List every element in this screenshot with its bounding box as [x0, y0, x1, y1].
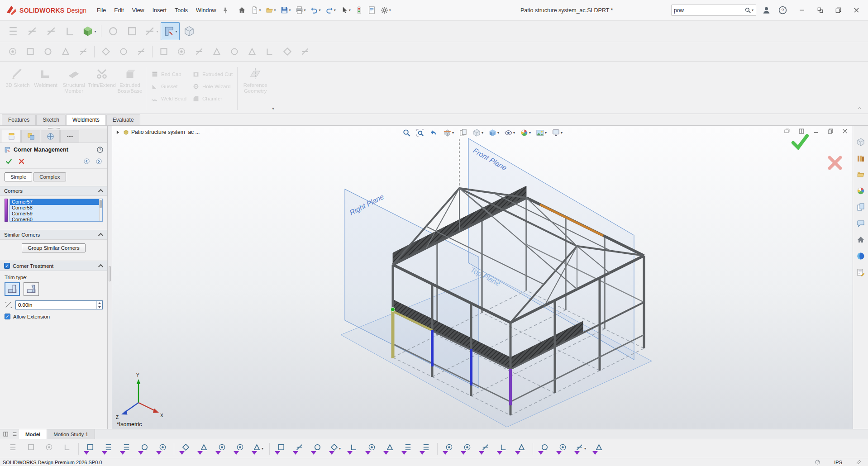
- menu-file[interactable]: File: [93, 5, 110, 16]
- ok-button[interactable]: [4, 157, 14, 166]
- print-icon[interactable]: ▾: [293, 3, 308, 18]
- dropdown-arrow-icon[interactable]: ▾: [289, 8, 291, 12]
- trim-gap-input[interactable]: [16, 301, 96, 309]
- dropdown-arrow-icon[interactable]: ▾: [497, 131, 499, 135]
- confirm-ok-button[interactable]: [789, 131, 811, 151]
- close-icon[interactable]: [847, 3, 865, 18]
- filter-annotations-icon[interactable]: [458, 441, 476, 457]
- filter-datums-icon[interactable]: [399, 441, 417, 457]
- pane-split-button[interactable]: [1, 429, 10, 439]
- help-button[interactable]: ?: [777, 4, 789, 16]
- sw-resources-icon[interactable]: [854, 136, 867, 148]
- corner-list-item[interactable]: Corner58: [10, 205, 102, 211]
- dropdown-arrow-icon[interactable]: ▾: [529, 131, 531, 135]
- filter-routing-points-icon[interactable]: [553, 441, 572, 457]
- dropdown-arrow-icon[interactable]: ▾: [334, 8, 336, 12]
- filter-center-marks-icon[interactable]: [290, 441, 308, 457]
- filter-centerlines-icon[interactable]: [308, 441, 326, 457]
- corner-point-marker[interactable]: [391, 308, 395, 312]
- filter-cosmetic-threads-icon[interactable]: [494, 441, 512, 457]
- search-dropdown-icon[interactable]: ▾: [752, 8, 754, 12]
- redo-icon[interactable]: ▾: [323, 3, 338, 18]
- tab-weldments[interactable]: Weldments: [66, 114, 106, 125]
- filter-planes-icon[interactable]: [195, 441, 213, 457]
- weldment-settings-icon[interactable]: [180, 22, 199, 40]
- menu-view[interactable]: View: [128, 5, 148, 16]
- section-view-icon[interactable]: ▾: [442, 127, 455, 138]
- file-explorer-icon[interactable]: [854, 168, 867, 181]
- search-box[interactable]: ▾: [671, 5, 756, 16]
- filter-weld-symbols-icon[interactable]: [417, 441, 435, 457]
- listbox-scrollbar-thumb[interactable]: [100, 200, 102, 208]
- dropdown-arrow-icon[interactable]: ▾: [94, 29, 96, 33]
- dropdown-arrow-icon[interactable]: ▾: [349, 8, 351, 12]
- previous-view-icon[interactable]: [429, 127, 439, 138]
- filter-axes-icon[interactable]: [176, 441, 195, 457]
- rebuild-icon[interactable]: [353, 3, 365, 18]
- ribbon-flyout-arrow-icon[interactable]: ▾: [272, 106, 274, 111]
- minimize-icon[interactable]: [793, 3, 811, 18]
- restore-window-icon[interactable]: [826, 127, 835, 135]
- edit-component-icon[interactable]: ▾: [80, 22, 99, 40]
- filter-notes-icon[interactable]: [381, 441, 399, 457]
- dynamic-annotation-icon[interactable]: [458, 127, 468, 138]
- close-window-icon[interactable]: [841, 127, 849, 135]
- view-orientation-icon[interactable]: ▾: [472, 127, 484, 138]
- spinner-down-icon[interactable]: [97, 305, 102, 309]
- corner-management-icon[interactable]: ▾: [161, 22, 180, 40]
- search-input[interactable]: [674, 7, 744, 14]
- breadcrumb[interactable]: Patio structure system_ac ...: [115, 129, 200, 135]
- undo-icon[interactable]: ▾: [308, 3, 323, 18]
- tab-motion-study-1[interactable]: Motion Study 1: [47, 429, 95, 439]
- filter-dimensions-icon[interactable]: ▾: [326, 441, 344, 457]
- model-scene[interactable]: Top Plane: [112, 126, 853, 429]
- restore-icon[interactable]: [829, 3, 847, 18]
- dropdown-arrow-icon[interactable]: ▾: [482, 131, 483, 135]
- dropdown-arrow-icon[interactable]: ▾: [389, 8, 391, 12]
- dropdown-arrow-icon[interactable]: ▾: [452, 131, 454, 135]
- graphics-viewport[interactable]: Top Plane: [112, 126, 853, 429]
- spinner-up-icon[interactable]: [97, 301, 102, 305]
- end-butt-option-button[interactable]: [24, 282, 39, 296]
- filter-surface-bodies-icon[interactable]: [135, 441, 153, 457]
- filter-surface-finish-icon[interactable]: [344, 441, 362, 457]
- menu-edit[interactable]: Edit: [110, 5, 128, 16]
- dropdown-arrow-icon[interactable]: ▾: [513, 131, 515, 135]
- allow-extension-checkbox[interactable]: ✓: [5, 314, 10, 319]
- zoom-to-area-icon[interactable]: [415, 127, 425, 138]
- ribbon-collapse-button[interactable]: [856, 105, 863, 110]
- filter-blocks-icon[interactable]: [476, 441, 494, 457]
- panel-help-icon[interactable]: ?: [96, 146, 104, 153]
- filter-weld-paths-icon[interactable]: [590, 441, 608, 457]
- more-tabs-tab[interactable]: [60, 130, 79, 143]
- custom-properties-icon[interactable]: [854, 266, 867, 278]
- corner-treatment-group-header[interactable]: ✓ Corner Treatment: [0, 261, 107, 271]
- select-icon[interactable]: ▾: [338, 3, 353, 18]
- dropdown-arrow-icon[interactable]: ▾: [304, 8, 306, 12]
- dropdown-arrow-icon[interactable]: ▾: [259, 8, 261, 12]
- open-document-icon[interactable]: ▾: [263, 3, 278, 18]
- corner-list-item[interactable]: Corner59: [10, 211, 102, 217]
- flyout-arrow-icon[interactable]: [115, 129, 121, 135]
- display-style-icon[interactable]: ▾: [487, 127, 500, 138]
- back-button[interactable]: [81, 157, 91, 166]
- apply-scene-icon[interactable]: ▾: [535, 127, 548, 138]
- view-settings-icon[interactable]: ▾: [551, 127, 563, 138]
- edit-sketch-status-icon[interactable]: [856, 459, 862, 465]
- filter-vertices-icon[interactable]: [81, 441, 99, 457]
- confirm-cancel-button[interactable]: [825, 154, 844, 172]
- performance-monitor-icon[interactable]: [815, 459, 820, 465]
- filter-geometric-tolerances-icon[interactable]: [362, 441, 381, 457]
- end-trim-option-button[interactable]: [5, 282, 20, 296]
- dropdown-arrow-icon[interactable]: ▾: [319, 8, 321, 12]
- dropdown-arrow-icon[interactable]: ▾: [339, 447, 341, 451]
- dropdown-arrow-icon[interactable]: ▾: [262, 447, 263, 451]
- corner-list-item[interactable]: Corner57: [10, 199, 102, 205]
- view-palette-icon[interactable]: [854, 201, 867, 213]
- tab-complex[interactable]: Complex: [33, 172, 66, 181]
- filter-dowel-symbols-icon[interactable]: [512, 441, 530, 457]
- edit-appearance-icon[interactable]: ▾: [519, 127, 532, 138]
- corner-list-item[interactable]: Corner60: [10, 217, 102, 222]
- appearances-icon[interactable]: [854, 185, 867, 197]
- search-icon[interactable]: [744, 7, 751, 14]
